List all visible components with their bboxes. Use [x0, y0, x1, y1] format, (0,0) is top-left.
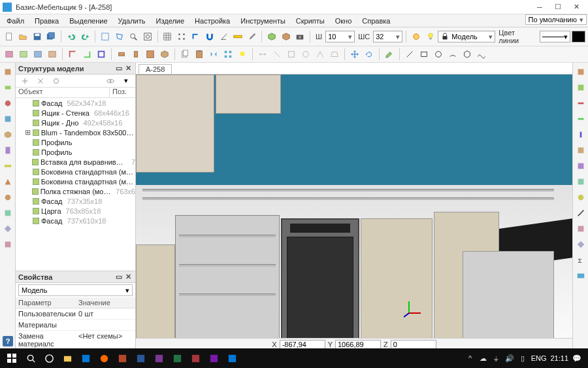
select-poly-button[interactable] — [113, 30, 126, 43]
task-app-5[interactable] — [132, 350, 149, 367]
tree-row[interactable]: Профиль — [16, 147, 135, 157]
tree-row[interactable]: Фасад737x35x18 — [16, 196, 135, 206]
coord-x-input[interactable] — [280, 340, 325, 349]
rt-10[interactable] — [574, 207, 587, 220]
viewport-3d[interactable] — [136, 75, 572, 338]
rt-12[interactable] — [574, 238, 587, 251]
task-search[interactable] — [22, 350, 39, 367]
panel-close-button[interactable]: ✕ — [123, 64, 133, 73]
menu-product[interactable]: Изделие — [151, 14, 190, 27]
camera-button[interactable] — [294, 30, 307, 43]
rt-7[interactable] — [574, 159, 587, 173]
grid-button[interactable] — [161, 30, 174, 43]
redo-button[interactable] — [79, 30, 92, 43]
new-file-button[interactable] — [3, 30, 16, 43]
start-button[interactable] — [3, 350, 21, 367]
props-min-button[interactable]: ▭ — [114, 273, 123, 282]
coord-z-input[interactable] — [391, 340, 436, 349]
dim4-button[interactable] — [299, 48, 312, 61]
props-row[interactable]: Материалы — [16, 320, 135, 331]
lt-1[interactable] — [1, 65, 14, 78]
save-all-button[interactable] — [45, 30, 58, 43]
tree-row[interactable]: Царга763x85x18 — [16, 206, 135, 216]
array-button[interactable] — [221, 48, 235, 61]
panel4-button[interactable] — [46, 48, 59, 61]
open-button[interactable] — [17, 30, 30, 43]
cube-button[interactable] — [265, 30, 278, 43]
dim5-button[interactable] — [314, 48, 327, 61]
dim2-button[interactable] — [270, 48, 284, 61]
tree-row[interactable]: Фасад562x347x18 — [16, 98, 135, 108]
tree-row[interactable]: Профиль — [16, 137, 135, 147]
menu-help[interactable]: Справка — [357, 14, 395, 27]
line-color-swatch[interactable] — [572, 31, 586, 42]
menu-scripts[interactable]: Скрипты — [291, 14, 330, 27]
task-app-7[interactable] — [169, 350, 186, 367]
rt-13[interactable]: Σ — [574, 254, 587, 267]
coord-y-input[interactable] — [335, 340, 381, 349]
tray-cloud-icon[interactable]: ☁ — [479, 354, 488, 363]
menu-delete[interactable]: Удалить — [113, 14, 151, 27]
props-row[interactable]: Пользовательски0 шт — [16, 309, 135, 320]
move-button[interactable] — [348, 48, 361, 61]
rt-9[interactable] — [574, 191, 587, 204]
tree-row[interactable]: Ящик - Стенка68x446x16 — [16, 108, 135, 118]
doc-tab-active[interactable]: A-258 — [139, 64, 172, 74]
pt-1[interactable] — [18, 75, 31, 88]
menu-tools[interactable]: Инструменты — [235, 14, 291, 27]
dim6-button[interactable] — [328, 48, 341, 61]
menu-selection[interactable]: Выделение — [64, 14, 112, 27]
save-button[interactable] — [31, 30, 44, 43]
tree-row[interactable]: Фасад737x610x18 — [16, 216, 135, 226]
part1-button[interactable] — [115, 48, 128, 61]
menu-file[interactable]: Файл — [1, 14, 29, 27]
mode-combo[interactable]: Модель ▾ — [438, 31, 495, 42]
tray-battery-icon[interactable]: ▯ — [518, 354, 527, 363]
menu-settings[interactable]: Настройка — [189, 14, 235, 27]
box-button[interactable] — [280, 30, 293, 43]
tree-row[interactable]: Ящик - Дно492x458x16 — [16, 118, 135, 127]
tray-time[interactable]: 21:11 — [550, 354, 568, 362]
part3-button[interactable] — [144, 48, 157, 61]
dim1-button[interactable] — [256, 48, 269, 61]
tree-row[interactable]: Боковина стандартная (мо... — [16, 167, 135, 176]
lt-3[interactable] — [1, 97, 14, 110]
task-app-9[interactable] — [205, 350, 222, 367]
task-app-1[interactable] — [59, 350, 76, 367]
task-app-10[interactable] — [223, 350, 240, 367]
rect-button[interactable] — [417, 48, 431, 61]
arc-button[interactable] — [446, 48, 459, 61]
rt-3[interactable] — [574, 97, 587, 110]
tree-row[interactable]: Вставка для выравнивания7 — [16, 157, 135, 167]
rt-6[interactable] — [574, 144, 587, 157]
magnet-button[interactable] — [203, 30, 216, 43]
line-style-combo[interactable]: ▾ — [540, 31, 570, 42]
tree-expand-icon[interactable]: ⊞ — [25, 128, 31, 137]
close-button[interactable]: ✕ — [567, 1, 585, 14]
help-button[interactable]: ? — [3, 336, 13, 346]
ext1-button[interactable] — [66, 48, 79, 61]
rotate-button[interactable] — [363, 48, 376, 61]
zoom-fit-button[interactable] — [141, 30, 154, 43]
line-button[interactable] — [403, 48, 416, 61]
copy-button[interactable] — [178, 48, 191, 61]
pt-dropdown[interactable]: ▾ — [120, 75, 133, 88]
mirror-button[interactable] — [207, 48, 220, 61]
tray-up-icon[interactable]: ^ — [466, 354, 475, 363]
panel-min-button[interactable]: ▭ — [114, 64, 123, 73]
tray-notifications-icon[interactable]: 💬 — [572, 354, 581, 363]
part2-button[interactable] — [129, 48, 142, 61]
tree-row[interactable]: ⊞Blum - Tandembox 83x500 в... — [16, 127, 135, 137]
rt-2[interactable] — [574, 81, 587, 94]
lt-4[interactable] — [1, 112, 14, 125]
paint-button[interactable] — [383, 48, 396, 61]
menu-window[interactable]: Окно — [330, 14, 357, 27]
lt-6[interactable] — [1, 144, 14, 157]
task-app-6[interactable] — [150, 350, 167, 367]
tray-lang[interactable]: ENG — [531, 354, 547, 362]
light-button[interactable] — [236, 48, 249, 61]
bulb-button[interactable] — [424, 30, 437, 43]
task-app-3[interactable] — [95, 350, 112, 367]
pt-2[interactable] — [34, 75, 47, 88]
lt-5[interactable] — [1, 128, 14, 141]
